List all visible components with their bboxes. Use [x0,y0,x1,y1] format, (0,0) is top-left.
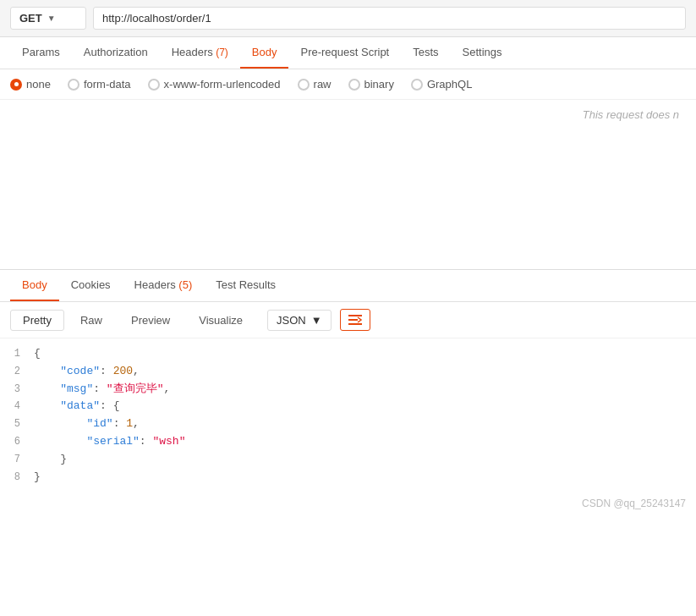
fmt-btn-raw[interactable]: Raw [68,310,115,331]
req-tab-body[interactable]: Body [240,37,289,69]
fmt-btn-preview[interactable]: Preview [118,310,183,331]
line-content: "code": 200, [34,363,696,381]
wrap-button[interactable] [340,309,370,331]
url-input[interactable] [93,7,686,30]
line-content: "id": 1, [34,415,696,433]
radio-option-none[interactable]: none [10,78,51,91]
fmt-btn-visualize[interactable]: Visualize [186,310,255,331]
line-number: 8 [0,469,34,486]
line-content: } [34,451,696,469]
req-tab-params[interactable]: Params [10,37,72,69]
radio-label-form-data: form-data [84,78,131,91]
radio-option-graphql[interactable]: GraphQL [411,78,472,91]
body-hint: This request does n [583,108,679,121]
fmt-btn-pretty[interactable]: Pretty [10,310,64,331]
code-line: 4 "data": { [0,398,696,415]
code-line: 1{ [0,345,696,363]
radio-label-urlencoded: x-www-form-urlencoded [164,78,281,91]
line-number: 5 [0,415,34,432]
method-label: GET [19,12,42,25]
json-format-select[interactable]: JSON▼ [267,310,332,331]
code-line: 2 "code": 200, [0,363,696,381]
res-tab-cookies[interactable]: Cookies [59,270,123,301]
line-content: "msg": "查询完毕", [34,381,696,399]
line-content: } [34,469,696,487]
res-tab-badge-headers: (5) [176,278,193,291]
line-content: { [34,345,696,363]
body-options: noneform-datax-www-form-urlencodedrawbin… [0,69,696,100]
line-content: "data": { [34,398,696,415]
url-bar: GET ▼ [0,0,696,37]
radio-circle-form-data [68,79,79,91]
res-tab-body[interactable]: Body [10,270,59,301]
response-tabs: BodyCookiesHeaders (5)Test Results [0,270,696,302]
method-select[interactable]: GET ▼ [10,7,86,30]
req-tab-badge-headers: (7) [213,47,228,58]
req-tab-headers[interactable]: Headers (7) [160,37,240,69]
radio-label-binary: binary [364,78,394,91]
request-body-area: This request does n [0,100,696,269]
code-line: 5 "id": 1, [0,415,696,433]
code-area: 1{2 "code": 200,3 "msg": "查询完毕",4 "data"… [0,338,696,492]
json-select-chevron: ▼ [311,314,322,327]
radio-label-none: none [26,78,51,91]
request-tabs: ParamsAuthorizationHeaders (7)BodyPre-re… [0,37,696,69]
res-tab-headers[interactable]: Headers (5) [123,270,205,301]
res-tab-testresults[interactable]: Test Results [204,270,288,301]
radio-circle-none [10,79,22,91]
req-tab-authorization[interactable]: Authorization [72,37,160,69]
req-tab-settings[interactable]: Settings [451,37,514,69]
radio-circle-graphql [411,79,423,91]
line-number: 1 [0,345,34,362]
format-bar: PrettyRawPreviewVisualizeJSON▼ [0,302,696,338]
radio-circle-binary [348,79,360,91]
radio-option-binary[interactable]: binary [348,78,394,91]
radio-option-raw[interactable]: raw [298,78,332,91]
method-chevron: ▼ [47,14,56,23]
line-number: 3 [0,381,34,398]
radio-option-form-data[interactable]: form-data [68,78,131,91]
line-number: 6 [0,433,34,450]
wrap-icon [348,313,363,327]
code-line: 7 } [0,451,696,469]
radio-circle-raw [298,79,310,91]
line-content: "serial": "wsh" [34,433,696,451]
radio-circle-urlencoded [148,79,160,91]
line-number: 2 [0,363,34,380]
code-line: 8} [0,469,696,487]
watermark: CSDN @qq_25243147 [0,492,696,514]
code-line: 3 "msg": "查询完毕", [0,381,696,399]
radio-label-graphql: GraphQL [427,78,472,91]
req-tab-prerequest[interactable]: Pre-request Script [288,37,401,69]
line-number: 7 [0,451,34,468]
code-line: 6 "serial": "wsh" [0,433,696,451]
req-tab-tests[interactable]: Tests [401,37,450,69]
radio-option-urlencoded[interactable]: x-www-form-urlencoded [148,78,281,91]
radio-label-raw: raw [314,78,332,91]
line-number: 4 [0,398,34,415]
json-select-label: JSON [277,314,306,327]
